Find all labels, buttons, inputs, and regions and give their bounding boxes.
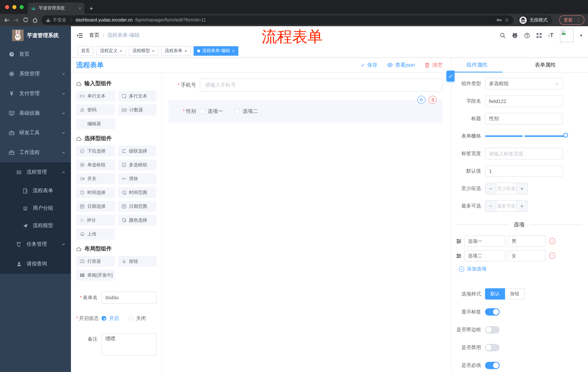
link-tag-button[interactable]: [446, 71, 454, 82]
checkbox-icon[interactable]: [235, 109, 240, 114]
component-date-range[interactable]: 日期范围: [118, 201, 157, 212]
stepper-value[interactable]: 最多可选: [496, 201, 517, 212]
component-date-picker[interactable]: 日期选择: [76, 201, 115, 212]
tag-close-icon[interactable]: ×: [120, 48, 122, 53]
copy-component-button[interactable]: [417, 96, 425, 104]
search-icon[interactable]: [500, 32, 506, 38]
canvas-field-phone[interactable]: *手机号 请输入手机号: [168, 79, 442, 92]
drag-handle-icon[interactable]: [456, 238, 462, 244]
component-dropdown-select[interactable]: 下拉选择: [76, 146, 115, 157]
sidebar-item-process-form[interactable]: 流程表单: [0, 182, 71, 200]
bookmark-star-icon[interactable]: ☆: [504, 17, 509, 23]
status-radio-on[interactable]: 开启: [102, 315, 119, 322]
address-bar[interactable]: 不安全 dashboard.yudao.iocoder.cn /bpm/mana…: [42, 15, 514, 25]
drag-handle-icon[interactable]: [456, 253, 462, 259]
sidebar-item-leave-query[interactable]: 请假查询: [0, 254, 71, 274]
component-type-select[interactable]: 多选框组: [485, 78, 563, 90]
help-icon[interactable]: [524, 32, 530, 38]
home-icon[interactable]: [32, 17, 38, 23]
checkbox-icon[interactable]: [200, 109, 205, 114]
option-name-input[interactable]: [464, 250, 505, 261]
form-remark-textarea[interactable]: 嘿嘿: [102, 333, 157, 356]
tab-form-props[interactable]: 表单属性: [503, 57, 588, 73]
form-canvas[interactable]: *手机号 请输入手机号 *性别 选项一 选项二: [162, 73, 451, 372]
tag-close-icon[interactable]: ×: [232, 48, 235, 53]
component-row-container[interactable]: 行容器: [76, 256, 115, 267]
option-value-input[interactable]: [508, 235, 546, 247]
component-counter[interactable]: 123计数器: [118, 105, 157, 115]
back-icon[interactable]: [4, 17, 10, 23]
sidebar-item-task-mgmt[interactable]: 任务管理: [0, 234, 71, 254]
fullscreen-icon[interactable]: [536, 32, 542, 38]
sidebar-item-infra[interactable]: 基础设施: [0, 103, 71, 123]
component-cascade-select[interactable]: 级联选择: [118, 146, 157, 157]
component-multi-line-text[interactable]: 多行文本: [118, 91, 157, 102]
status-radio-off[interactable]: 关闭: [128, 315, 146, 322]
style-button-button[interactable]: 按钮: [505, 288, 525, 299]
component-radio-group[interactable]: 单选框组: [76, 159, 115, 170]
close-window-button[interactable]: [5, 5, 9, 9]
remove-option-button[interactable]: −: [549, 238, 555, 244]
phone-input[interactable]: 请输入手机号: [200, 79, 442, 92]
tab-component-props[interactable]: 组件属性: [452, 57, 503, 73]
breadcrumb-home[interactable]: 首页: [89, 32, 99, 39]
tag-process-definition[interactable]: 流程定义×: [96, 46, 126, 55]
canvas-field-gender-selected[interactable]: *性别 选项一 选项二: [168, 100, 442, 123]
component-button[interactable]: 按钮: [118, 256, 157, 267]
component-switch[interactable]: 开关: [76, 173, 115, 184]
stepper-value[interactable]: 至少应选: [496, 183, 517, 194]
form-grid-slider[interactable]: [485, 135, 565, 137]
sidebar-item-user-group[interactable]: 用户分组: [0, 200, 71, 217]
component-checkbox-group[interactable]: 多选框组: [118, 159, 157, 170]
save-button[interactable]: ✓保存: [361, 62, 377, 68]
title-input[interactable]: [485, 113, 563, 125]
browser-menu-icon[interactable]: ⋮: [576, 17, 581, 23]
component-time-range[interactable]: 时间范围: [118, 187, 157, 198]
sidebar-item-home[interactable]: 首页: [0, 44, 71, 64]
tab-close-icon[interactable]: ×: [79, 6, 81, 11]
avatar-caret-down-icon[interactable]: ▼: [579, 33, 583, 37]
slider-handle[interactable]: [563, 133, 568, 138]
password-key-icon[interactable]: [496, 17, 502, 23]
with-border-toggle[interactable]: [485, 326, 500, 333]
component-single-line-text[interactable]: 单行文本: [76, 91, 115, 102]
tag-home[interactable]: 首页: [77, 46, 94, 55]
tag-process-model[interactable]: 流程模型×: [129, 46, 158, 55]
stepper-increase-button[interactable]: +: [517, 201, 527, 212]
stepper-increase-button[interactable]: +: [517, 183, 527, 194]
component-editor[interactable]: 编辑器: [76, 118, 115, 129]
style-default-button[interactable]: 默认: [485, 288, 505, 299]
minimize-window-button[interactable]: [12, 5, 16, 9]
tag-process-form[interactable]: 流程表单×: [161, 46, 191, 55]
sidebar-item-payment[interactable]: ¥ 支付管理: [0, 84, 71, 103]
component-upload[interactable]: 上传: [76, 229, 115, 240]
component-slider[interactable]: 滑块: [118, 173, 157, 184]
component-time-picker[interactable]: 时间选择: [76, 187, 115, 198]
tag-close-icon[interactable]: ×: [184, 48, 187, 53]
tag-close-icon[interactable]: ×: [152, 48, 155, 53]
required-toggle[interactable]: [485, 362, 500, 369]
show-label-toggle[interactable]: [485, 308, 500, 316]
clear-button[interactable]: 清空: [424, 62, 442, 68]
field-name-input[interactable]: [485, 95, 563, 107]
component-rate[interactable]: ☆评分: [76, 215, 115, 226]
component-table[interactable]: 表格[开发中]: [76, 270, 115, 281]
avatar[interactable]: [560, 29, 573, 42]
github-icon[interactable]: [512, 32, 518, 39]
update-browser-button[interactable]: 更新 ⋮: [559, 15, 584, 25]
view-json-button[interactable]: 查看json: [387, 62, 415, 68]
default-value-input[interactable]: [485, 165, 563, 177]
stepper-decrease-button[interactable]: −: [485, 183, 496, 194]
browser-tab[interactable]: 芋道管理系统 ×: [28, 2, 84, 14]
sidebar-item-process-mgmt[interactable]: 流程管理: [0, 162, 71, 182]
sidebar-item-process-model[interactable]: 流程模型: [0, 217, 71, 234]
disabled-toggle[interactable]: [485, 344, 500, 351]
zoom-window-button[interactable]: [20, 5, 24, 9]
sidebar-item-devtools[interactable]: 研发工具: [0, 123, 71, 143]
tag-process-form-edit[interactable]: 流程表单-编辑×: [194, 46, 238, 55]
label-width-input[interactable]: [485, 148, 563, 159]
sidebar-item-system[interactable]: 系统管理: [0, 64, 71, 84]
stepper-decrease-button[interactable]: −: [485, 201, 496, 212]
window-controls[interactable]: [5, 5, 24, 9]
option-name-input[interactable]: [464, 235, 505, 247]
